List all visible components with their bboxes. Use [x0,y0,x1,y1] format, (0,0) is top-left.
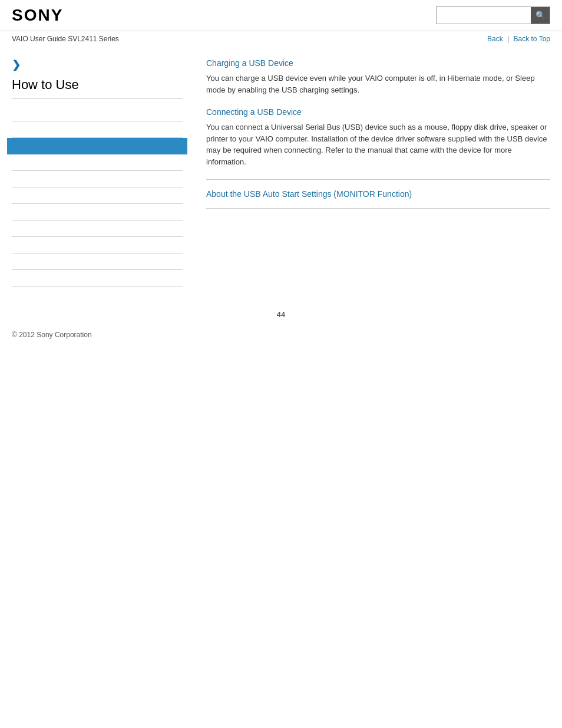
copyright-text: © 2012 Sony Corporation [12,331,92,339]
sidebar-item-active[interactable] [7,138,187,154]
sidebar-item-9[interactable] [12,237,183,253]
sidebar-item-5[interactable] [12,171,183,187]
sidebar-item-8[interactable] [12,220,183,237]
sidebar-chevron-icon: ❯ [12,58,183,71]
sidebar: ❯ How to Use [12,52,194,286]
search-box[interactable]: 🔍 [436,6,550,24]
bottom-link-section: About the USB Auto Start Settings (MONIT… [206,189,550,199]
sidebar-item-10[interactable] [12,253,183,270]
sidebar-item-7[interactable] [12,204,183,220]
back-link[interactable]: Back [487,35,503,43]
content-divider-2 [206,208,550,209]
sidebar-title: How to Use [12,77,183,99]
sidebar-item-1[interactable] [12,105,183,121]
nav-separator: | [507,35,509,43]
sub-header: VAIO User Guide SVL2411 Series Back | Ba… [0,31,562,47]
main-container: ❯ How to Use Charging a USB Device You c… [0,47,562,298]
usb-charging-section: Charging a USB Device You can charge a U… [206,58,550,95]
content-divider [206,179,550,180]
guide-title: VAIO User Guide SVL2411 Series [12,35,119,43]
nav-links: Back | Back to Top [487,35,550,43]
search-icon: 🔍 [535,11,546,20]
connecting-usb-link[interactable]: Connecting a USB Device [206,107,550,117]
search-input[interactable] [437,7,531,24]
sidebar-item-2[interactable] [12,121,183,138]
charging-usb-link[interactable]: Charging a USB Device [206,58,550,68]
sony-logo: SONY [12,6,63,25]
back-to-top-link[interactable]: Back to Top [514,35,550,43]
usb-connecting-section: Connecting a USB Device You can connect … [206,107,550,167]
page-footer: © 2012 Sony Corporation [0,325,562,345]
connecting-usb-text: You can connect a Universal Serial Bus (… [206,121,550,167]
sidebar-item-4[interactable] [12,154,183,171]
page-header: SONY 🔍 [0,0,562,31]
content-area: Charging a USB Device You can charge a U… [194,52,550,286]
charging-usb-text: You can charge a USB device even while y… [206,73,550,95]
sidebar-item-6[interactable] [12,187,183,204]
usb-auto-start-link[interactable]: About the USB Auto Start Settings (MONIT… [206,189,550,199]
search-button[interactable]: 🔍 [531,7,550,24]
page-number: 44 [0,310,562,319]
sidebar-item-11[interactable] [12,270,183,286]
